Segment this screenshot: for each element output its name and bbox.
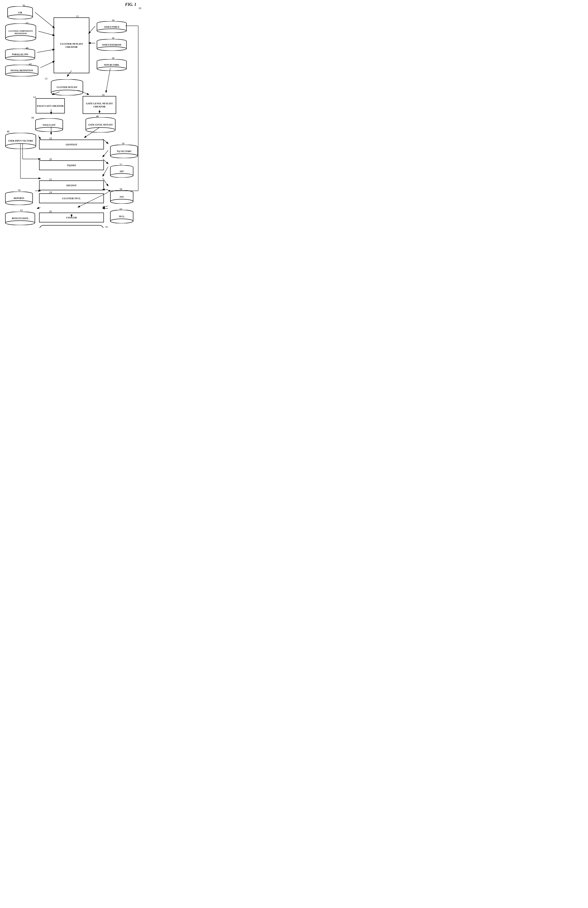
cluster-components-label: CLUSTER COMPONENTS DEFINITION (5, 30, 37, 35)
ref-22: 22 (49, 178, 52, 181)
asset-force-label: ASSET FORCE (103, 26, 121, 28)
asset-db-cylinder: ASSET DATABASE (96, 39, 127, 51)
ref-46: 46 (96, 115, 99, 118)
svg-point-19 (6, 72, 38, 76)
fault-list-label: FAULT LIST (41, 124, 57, 126)
tq2sef-label: TQ2SEF (67, 164, 76, 167)
svg-line-99 (38, 135, 40, 139)
sef2svf-box: SEF2SVF (39, 180, 104, 190)
cluster-netlist-creator-box: CLUSTER NETLIST CREATOR (54, 18, 89, 73)
fault-list-creator-box: FAULT LIST CREATOR (36, 98, 65, 113)
svg-point-39 (51, 90, 83, 95)
svg-point-9 (6, 35, 36, 41)
asset-db-label: ASSET DATABASE (101, 43, 123, 46)
reports-cylinder: REPORTS (5, 192, 34, 205)
fault-list-creator-label: FAULT LIST CREATOR (37, 104, 64, 108)
ref-24: 24 (49, 191, 52, 194)
svg-point-34 (97, 67, 126, 71)
svg-point-14 (5, 56, 35, 60)
ref-32: 32 (26, 21, 28, 25)
asset-force-cylinder: ASSET FORCE (96, 21, 127, 33)
ref-16: 16 (102, 93, 105, 97)
cluster-tfcl-box: CLUSTER TFCL (39, 193, 104, 203)
diagram: FIG. 1 10 CIR 30 CLUSTER COMPONENTS DEFI… (0, 0, 147, 228)
non-bs-vhdl-label: NON-BS VHDL (103, 64, 121, 66)
svg-line-88 (40, 61, 55, 68)
svg-line-87 (37, 49, 54, 52)
cir-label: CIR (17, 11, 23, 14)
tq-vectors-label: TQ VECTORS (116, 150, 133, 153)
svg-line-85 (35, 12, 55, 28)
fault-list-cylinder: FAULT LIST (35, 118, 64, 132)
svg-line-90 (89, 43, 95, 43)
cluster-netlist-label: CLUSTER NETLIST (55, 86, 79, 89)
svg-point-54 (6, 143, 36, 149)
svg-line-86 (38, 31, 54, 35)
ref-62: 62 (20, 209, 23, 212)
cluster-tfcl-label: CLUSTER TFCL (62, 197, 81, 200)
svf-label: SVF (118, 196, 125, 198)
results-data-cylinder: RESULTS DATA (5, 212, 36, 225)
cluster-netlist-creator-label: CLUSTER NETLIST CREATOR (54, 42, 89, 49)
ref-42: 42 (29, 63, 32, 66)
ref-20: 20 (49, 158, 52, 161)
parallel-pin-label: PARALLEL PIN (11, 53, 30, 56)
ref-58: 58 (119, 188, 122, 191)
ref-13: 13 (45, 77, 47, 80)
ref-26: 26 (49, 210, 52, 213)
svg-point-74 (110, 219, 133, 223)
system-under-test-stadium: SYSTEM UNDER TEST (39, 225, 104, 228)
tfcl-cylinder: TFCL (110, 210, 134, 223)
gate-level-netlist-label: GATE LEVEL NETLIST (87, 124, 114, 126)
signal-def-label: SIGNAL DEFINITION (9, 69, 34, 72)
ref-36: 36 (112, 37, 114, 40)
ref-18: 18 (49, 137, 52, 140)
user-input-vectors-cylinder: USER INPUT VECTORS (5, 133, 37, 149)
tq2sef-box: TQ2SEF (39, 160, 104, 170)
ref-14: 14 (33, 96, 36, 99)
sef-cylinder: SEF (110, 165, 134, 177)
svg-line-113 (103, 206, 108, 208)
svg-line-92 (106, 68, 110, 92)
svf-cylinder: SVF (110, 190, 134, 204)
gentest-label: GENTEST (66, 143, 77, 146)
ref-56: 56 (18, 189, 21, 192)
signal-def-cylinder: SIGNAL DEFINITION (5, 65, 39, 76)
sef2svf-label: SEF2SVF (66, 184, 77, 187)
ref-48: 48 (7, 130, 10, 133)
ref-60: 60 (119, 208, 122, 211)
ref-44: 44 (31, 116, 34, 119)
non-bs-vhdl-cylinder: NON-BS VHDL (96, 59, 127, 71)
ref-28: 28 (105, 225, 108, 228)
results-data-label: RESULTS DATA (11, 217, 30, 220)
reports-label: REPORTS (13, 197, 26, 200)
parallel-pin-cylinder: PARALLEL PIN (5, 49, 36, 60)
ref-50: 50 (122, 142, 124, 145)
gentest-box: GENTEST (39, 140, 104, 150)
cooler-box: COOLER (39, 213, 104, 222)
ref-52: 52 (119, 163, 122, 166)
ref-38: 38 (112, 57, 114, 60)
svg-point-4 (8, 15, 32, 19)
cir-cylinder: CIR (7, 6, 34, 19)
svg-line-105 (103, 151, 108, 157)
fig-label: FIG. 1 (125, 2, 136, 7)
user-input-vectors-label: USER INPUT VECTORS (7, 140, 34, 142)
ref-34: 34 (112, 19, 114, 22)
ref-40: 40 (26, 47, 28, 50)
svg-line-89 (89, 26, 95, 33)
svg-point-49 (86, 127, 115, 132)
cluster-netlist-cylinder: CLUSTER NETLIST (50, 79, 84, 95)
tq-vectors-cylinder: TQ VECTORS (110, 145, 139, 158)
svg-point-59 (110, 154, 138, 158)
gate-level-creator-label: GATE LEVEL NETLIST CREATOR (83, 102, 116, 108)
tfcl-label: TFCL (118, 215, 126, 218)
svg-point-64 (110, 174, 133, 177)
gate-level-netlist-cylinder: GATE LEVEL NETLIST (85, 117, 116, 132)
ref-30: 30 (23, 4, 25, 7)
svg-point-79 (5, 201, 32, 205)
svg-point-24 (97, 29, 126, 33)
ref-10: 10 (139, 7, 141, 10)
sef-label: SEF (118, 170, 125, 173)
svg-line-116 (37, 208, 40, 209)
